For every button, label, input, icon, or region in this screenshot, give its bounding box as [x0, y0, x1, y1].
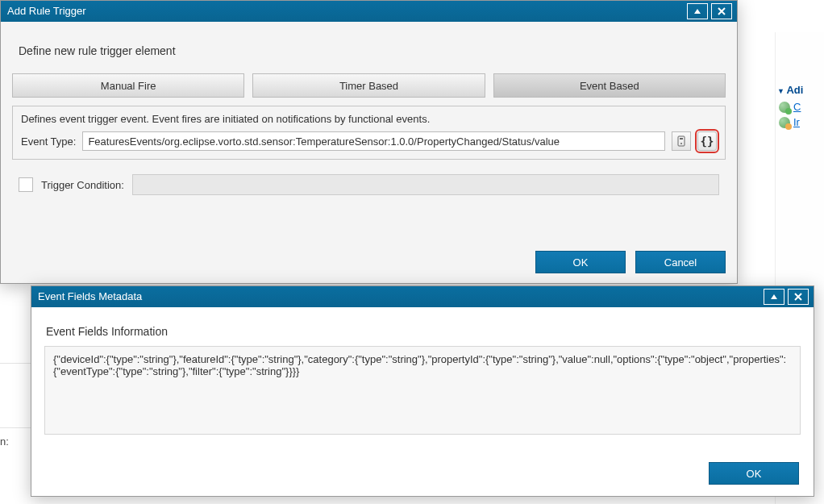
triangle-up-icon: [769, 292, 779, 302]
svg-rect-0: [678, 136, 685, 146]
ok-button[interactable]: OK: [535, 251, 626, 273]
titlebar-buttons: [764, 289, 809, 305]
right-panel-link[interactable]: C: [779, 101, 824, 113]
right-panel-header: Adi: [777, 84, 824, 96]
event-fields-metadata-dialog: Event Fields Metadata Event Fields Infor…: [31, 285, 814, 497]
tab-timer-based[interactable]: Timer Based: [252, 73, 485, 98]
device-icon: [676, 135, 687, 147]
collapse-button[interactable]: [764, 289, 784, 305]
event-type-label: Event Type:: [21, 135, 76, 148]
dialog-body: Event Fields Information {"deviceId":{"t…: [31, 307, 814, 446]
add-rule-trigger-dialog: Add Rule Trigger Define new rule trigger…: [0, 0, 738, 284]
event-panel: Defines event trigger event. Event fires…: [12, 106, 726, 160]
close-button[interactable]: [711, 3, 732, 19]
close-icon: [793, 292, 803, 302]
ok-button[interactable]: OK: [709, 462, 799, 485]
trigger-condition-row: Trigger Condition:: [12, 174, 726, 195]
trigger-type-tabs: Manual Fire Timer Based Event Based: [12, 73, 726, 98]
dialog-title: Add Rule Trigger: [7, 1, 86, 22]
close-button[interactable]: [788, 289, 809, 305]
titlebar-buttons: [687, 3, 732, 19]
right-panel-link-label: Ir: [793, 116, 800, 128]
event-type-picker-button[interactable]: [672, 131, 691, 151]
trigger-condition-field[interactable]: [132, 174, 719, 195]
tab-manual-fire[interactable]: Manual Fire: [12, 73, 244, 98]
right-panel-link-label: C: [793, 101, 801, 113]
collapse-button[interactable]: [687, 3, 708, 19]
close-icon: [717, 6, 726, 16]
event-metadata-button[interactable]: {}: [697, 131, 717, 151]
stray-label: n:: [0, 435, 9, 448]
globe-add-icon: [779, 102, 790, 113]
dialog-buttons: OK: [709, 462, 799, 485]
dialog-body: Define new rule trigger element Manual F…: [1, 22, 737, 206]
event-type-input[interactable]: [82, 131, 665, 151]
right-panel-link[interactable]: Ir: [779, 116, 824, 128]
svg-point-2: [680, 143, 682, 144]
trigger-condition-label: Trigger Condition:: [41, 179, 124, 191]
triangle-up-icon: [693, 6, 702, 16]
metadata-json-box[interactable]: {"deviceId":{"type":"string"},"featureId…: [44, 346, 801, 435]
event-panel-description: Defines event trigger event. Event fires…: [21, 113, 717, 125]
globe-info-icon: [779, 117, 790, 128]
svg-rect-1: [680, 138, 683, 140]
dialog-buttons: OK Cancel: [535, 251, 726, 273]
dialog-intro: Define new rule trigger element: [19, 44, 726, 57]
tab-event-based[interactable]: Event Based: [493, 73, 726, 98]
dialog-titlebar: Event Fields Metadata: [31, 286, 814, 307]
trigger-condition-checkbox[interactable]: [19, 177, 33, 192]
dialog-title: Event Fields Metadata: [38, 286, 142, 307]
viewport: Adi C Ir n: Add Rule Trigger Define new …: [0, 0, 824, 504]
event-type-row: Event Type: {}: [21, 131, 717, 151]
cancel-button[interactable]: Cancel: [635, 251, 726, 273]
dialog-titlebar: Add Rule Trigger: [1, 1, 737, 22]
metadata-subtitle: Event Fields Information: [46, 325, 801, 338]
